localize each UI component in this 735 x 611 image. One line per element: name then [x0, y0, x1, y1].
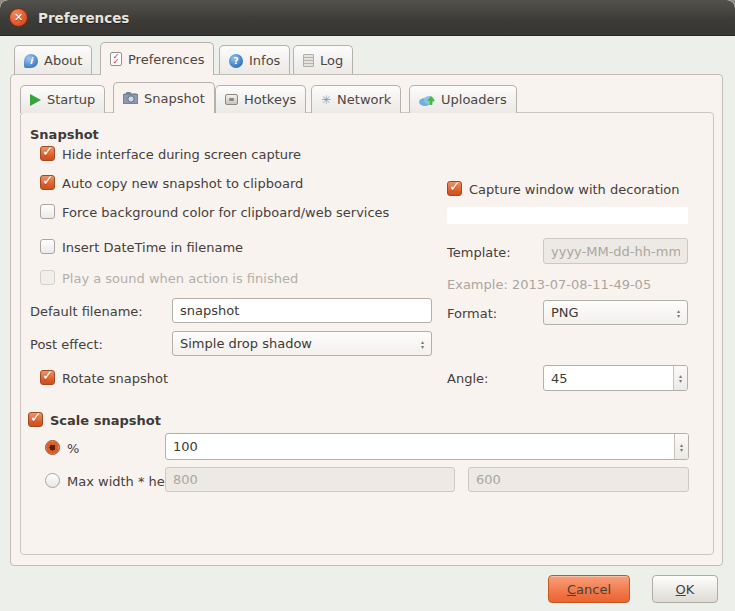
tab-uploaders[interactable]: Uploaders	[409, 85, 517, 113]
hide-interface-label[interactable]: Hide interface during screen capture	[62, 147, 301, 162]
tab-about-label: About	[44, 53, 82, 68]
insert-datetime-label[interactable]: Insert DateTime in filename	[62, 240, 243, 255]
play-icon	[30, 94, 41, 106]
tab-log-label: Log	[320, 53, 343, 68]
tab-network[interactable]: ✳ Network	[311, 85, 401, 113]
angle-label: Angle:	[447, 371, 488, 386]
check-icon: ✓	[42, 172, 54, 188]
ok-button-label: OK	[676, 582, 695, 597]
max-height-input: 600	[468, 467, 689, 492]
scale-snapshot-label[interactable]: Scale snapshot	[50, 413, 161, 428]
cancel-button-label: Cancel	[567, 582, 611, 597]
max-wh-radio[interactable]	[45, 473, 60, 488]
tab-network-label: Network	[337, 92, 391, 107]
tab-startup[interactable]: Startup	[20, 85, 105, 113]
tab-infos-label: Infos	[249, 53, 280, 68]
info-balloon-icon: i	[24, 54, 38, 68]
force-bg-color-label[interactable]: Force background color for clipboard/web…	[62, 205, 389, 220]
check-icon: ✓	[30, 409, 42, 425]
tab-uploaders-label: Uploaders	[441, 92, 507, 107]
auto-copy-checkbox[interactable]: ✓	[40, 175, 55, 190]
default-filename-input[interactable]: snapshot	[172, 298, 432, 323]
help-icon: ?	[229, 54, 243, 68]
rotate-snapshot-checkbox[interactable]: ✓	[40, 370, 55, 385]
close-icon[interactable]: ✕	[9, 8, 28, 27]
spinner-arrows-icon[interactable]: ▴▾	[674, 434, 688, 459]
template-example-text: Example: 2013-07-08-11-49-05	[447, 277, 651, 292]
tab-preferences-label: Preferences	[128, 52, 204, 67]
cancel-button[interactable]: Cancel	[548, 575, 630, 603]
check-icon: ✓	[42, 143, 54, 159]
rotate-snapshot-label[interactable]: Rotate snapshot	[62, 371, 168, 386]
angle-value: 45	[551, 371, 568, 386]
insert-datetime-checkbox[interactable]	[40, 239, 55, 254]
ok-button[interactable]: OK	[652, 575, 718, 603]
max-width-value: 800	[173, 472, 198, 487]
tab-snapshot[interactable]: Snapshot	[113, 82, 215, 113]
format-label: Format:	[447, 306, 497, 321]
tab-infos[interactable]: ? Infos	[219, 45, 290, 75]
percent-value: 100	[173, 439, 198, 454]
percent-label[interactable]: %	[67, 441, 79, 456]
angle-spinbox[interactable]: 45 ▴▾	[543, 365, 688, 391]
play-sound-label: Play a sound when action is finished	[62, 271, 298, 286]
auto-copy-label[interactable]: Auto copy new snapshot to clipboard	[62, 176, 303, 191]
percent-spinbox[interactable]: 100 ▴▾	[165, 433, 689, 460]
key-icon	[225, 94, 238, 105]
network-icon: ✳	[321, 94, 331, 106]
tab-preferences[interactable]: ✓✓ Preferences	[100, 42, 214, 75]
tab-startup-label: Startup	[47, 92, 95, 107]
scale-snapshot-checkbox[interactable]: ✓	[28, 412, 43, 427]
tab-log[interactable]: Log	[293, 45, 353, 75]
cloud-upload-icon	[419, 94, 435, 106]
titlebar[interactable]: ✕ Preferences	[0, 0, 735, 36]
capture-decoration-label[interactable]: Capture window with decoration	[469, 182, 680, 197]
combo-arrows-icon[interactable]: ▴▾	[421, 339, 424, 349]
camera-icon	[123, 92, 138, 104]
tab-about[interactable]: i About	[14, 45, 92, 75]
log-icon	[303, 54, 314, 67]
post-effect-label: Post effect:	[30, 337, 103, 352]
snapshot-group-title: Snapshot	[30, 127, 99, 142]
hide-interface-checkbox[interactable]: ✓	[40, 146, 55, 161]
default-filename-label: Default filename:	[30, 304, 143, 319]
format-combobox[interactable]: PNG ▴▾	[543, 300, 688, 325]
force-bg-color-checkbox[interactable]	[40, 204, 55, 219]
max-height-value: 600	[476, 472, 501, 487]
percent-radio[interactable]	[45, 440, 60, 455]
max-width-input: 800	[165, 467, 455, 492]
tab-snapshot-label: Snapshot	[144, 91, 205, 106]
background-color-swatch[interactable]	[447, 207, 688, 224]
check-icon: ✓	[449, 178, 461, 194]
default-filename-value: snapshot	[180, 303, 239, 318]
play-sound-checkbox	[40, 270, 55, 285]
post-effect-value: Simple drop shadow	[180, 336, 312, 351]
capture-decoration-checkbox[interactable]: ✓	[447, 181, 462, 196]
check-icon: ✓	[42, 367, 54, 383]
tab-hotkeys[interactable]: Hotkeys	[215, 85, 306, 113]
template-input: yyyy-MM-dd-hh-mm-ss	[543, 238, 688, 264]
checklist-icon: ✓✓	[110, 52, 122, 66]
spinner-arrows-icon[interactable]: ▴▾	[673, 366, 687, 390]
window-title: Preferences	[38, 0, 129, 36]
post-effect-combobox[interactable]: Simple drop shadow ▴▾	[172, 331, 432, 356]
template-label: Template:	[447, 245, 511, 260]
format-value: PNG	[551, 305, 579, 320]
template-value: yyyy-MM-dd-hh-mm-ss	[551, 244, 680, 259]
combo-arrows-icon[interactable]: ▴▾	[677, 308, 680, 318]
preferences-window: ✕ Preferences i About ✓✓ Preferences ? I…	[0, 0, 735, 611]
tab-hotkeys-label: Hotkeys	[244, 92, 296, 107]
